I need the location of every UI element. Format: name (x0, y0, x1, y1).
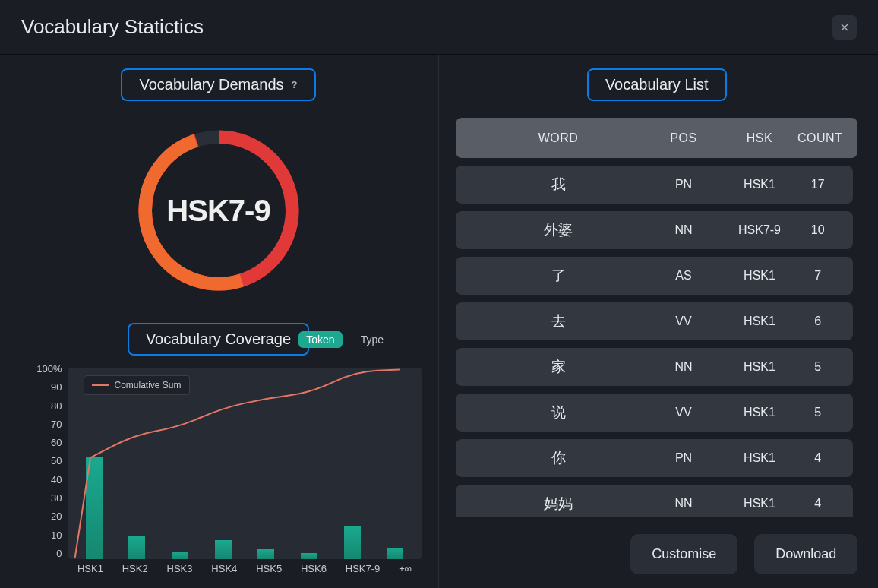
close-button[interactable] (832, 15, 857, 40)
cell-pos: NN (646, 360, 722, 374)
main-content: Vocabulary Demands ? HSK7-9 Vocabulary C… (0, 55, 878, 588)
x-tick: HSK3 (167, 563, 193, 574)
vocabulary-list-label: Vocabulary List (605, 76, 709, 93)
toggle-type[interactable]: Type (353, 331, 391, 348)
x-tick: HSK7-9 (346, 563, 381, 574)
cell-hsk: HSK1 (722, 178, 797, 191)
vocabulary-demands-tab[interactable]: Vocabulary Demands ? (121, 68, 315, 101)
col-hsk-header: HSK (722, 131, 797, 145)
x-tick: HSK5 (256, 563, 282, 574)
bar-HSK7-9 (344, 526, 361, 559)
donut-center-label: HSK7-9 (135, 127, 302, 294)
x-tick: +∞ (399, 563, 412, 574)
bar-HSK6 (301, 553, 317, 559)
table-row[interactable]: 我PNHSK117 (456, 166, 853, 204)
cell-hsk: HSK1 (722, 315, 797, 328)
x-tick: HSK6 (301, 563, 327, 574)
cell-pos: AS (646, 269, 722, 283)
x-tick: HSK4 (211, 563, 237, 574)
table-row[interactable]: 去VVHSK16 (456, 302, 853, 340)
y-tick: 20 (14, 511, 62, 522)
table-row[interactable]: 了ASHSK17 (456, 257, 853, 295)
plot-area: Comulative Sum (68, 368, 422, 559)
bar-HSK2 (128, 536, 145, 559)
dialog-header: Vocabulary Statictics (0, 0, 878, 55)
col-pos-header: POS (646, 131, 722, 145)
actions-bar: Customise Download (456, 534, 857, 574)
bar-+∞ (387, 548, 403, 559)
dialog-title: Vocabulary Statictics (21, 15, 204, 39)
cell-pos: NN (646, 223, 722, 237)
y-tick: 0 (14, 548, 62, 559)
bar-HSK1 (86, 457, 103, 559)
donut-chart: HSK7-9 (135, 127, 302, 294)
x-axis: HSK1HSK2HSK3HSK4HSK5HSK6HSK7-9+∞ (68, 563, 422, 574)
y-tick: 80 (14, 400, 62, 412)
coverage-toggle: Token Type (298, 331, 391, 348)
cell-pos: PN (646, 451, 722, 465)
x-tick: HSK2 (122, 563, 148, 574)
cell-hsk: HSK1 (722, 451, 797, 465)
bar-HSK5 (257, 549, 274, 559)
col-count-header: COUNT (797, 131, 842, 145)
cell-count: 6 (797, 315, 838, 328)
cell-pos: PN (646, 178, 722, 191)
cell-word: 了 (471, 266, 646, 286)
cell-word: 家 (471, 357, 646, 377)
table-row[interactable]: 你PNHSK14 (456, 439, 853, 477)
cell-word: 你 (471, 448, 646, 468)
vocabulary-list: WORD POS HSK COUNT 我PNHSK117外婆NNHSK7-910… (456, 118, 857, 517)
bar-HSK3 (172, 552, 188, 559)
cell-count: 4 (797, 451, 838, 465)
y-tick: 30 (14, 492, 62, 504)
cell-hsk: HSK7-9 (722, 223, 797, 237)
cell-pos: VV (646, 315, 722, 328)
cell-count: 4 (797, 497, 838, 511)
cell-count: 5 (797, 360, 838, 374)
cell-word: 去 (471, 311, 646, 331)
vocabulary-coverage-tab[interactable]: Vocabulary Coverage (128, 323, 309, 356)
left-panel: Vocabulary Demands ? HSK7-9 Vocabulary C… (0, 55, 439, 588)
right-panel: Vocabulary List WORD POS HSK COUNT 我PNHS… (439, 55, 878, 588)
close-icon (839, 21, 851, 33)
cell-hsk: HSK1 (722, 497, 797, 511)
table-row[interactable]: 妈妈NNHSK14 (456, 485, 853, 517)
vocabulary-coverage-label: Vocabulary Coverage (146, 330, 291, 348)
y-axis: 100%9080706050403020100 (14, 363, 67, 559)
coverage-header: Vocabulary Coverage Token Type (14, 323, 423, 356)
y-tick: 70 (14, 419, 62, 430)
col-word-header: WORD (471, 131, 646, 145)
y-tick: 40 (14, 474, 62, 485)
cell-pos: NN (646, 497, 722, 511)
cell-count: 17 (797, 178, 838, 191)
cell-count: 7 (797, 269, 838, 283)
table-row[interactable]: 说VVHSK15 (456, 394, 853, 432)
list-rows[interactable]: 我PNHSK117外婆NNHSK7-910了ASHSK17去VVHSK16家NN… (456, 166, 857, 517)
cell-hsk: HSK1 (722, 360, 797, 374)
cell-count: 5 (797, 406, 838, 419)
cell-hsk: HSK1 (722, 269, 797, 283)
vocabulary-list-tab[interactable]: Vocabulary List (587, 68, 727, 101)
bar-HSK4 (215, 540, 232, 559)
help-icon[interactable]: ? (292, 79, 298, 90)
cell-word: 我 (471, 175, 646, 194)
toggle-token[interactable]: Token (298, 331, 342, 348)
table-row[interactable]: 外婆NNHSK7-910 (456, 211, 853, 249)
cell-count: 10 (797, 223, 838, 237)
y-tick: 10 (14, 530, 62, 541)
customise-button[interactable]: Customise (630, 534, 737, 574)
x-tick: HSK1 (77, 563, 103, 574)
cell-pos: VV (646, 406, 722, 419)
cell-hsk: HSK1 (722, 406, 797, 419)
list-header: WORD POS HSK COUNT (456, 118, 857, 158)
table-row[interactable]: 家NNHSK15 (456, 348, 853, 386)
cell-word: 妈妈 (471, 494, 646, 514)
cell-word: 说 (471, 403, 646, 422)
bars-container (68, 368, 422, 559)
y-tick: 90 (14, 381, 62, 393)
y-tick: 50 (14, 455, 62, 466)
vocabulary-demands-label: Vocabulary Demands (139, 76, 283, 93)
y-tick: 100% (14, 363, 62, 375)
download-button[interactable]: Download (754, 534, 857, 574)
cell-word: 外婆 (471, 220, 646, 240)
